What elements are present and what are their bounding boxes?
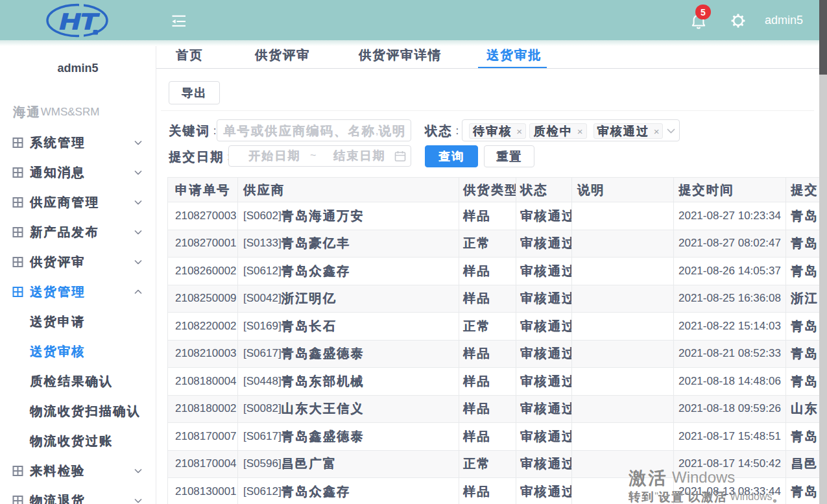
svg-text:HT: HT — [60, 8, 99, 34]
